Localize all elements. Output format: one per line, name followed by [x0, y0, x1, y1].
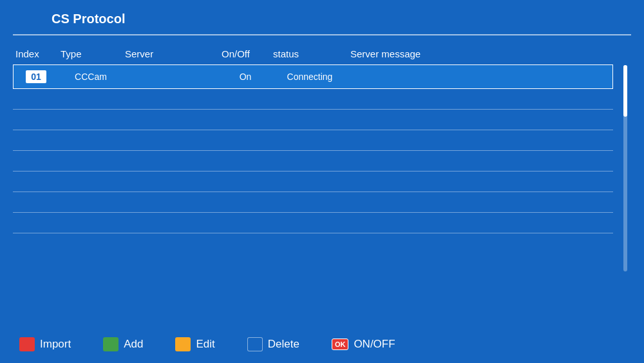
import-icon — [19, 337, 35, 351]
delete-button[interactable]: Delete — [247, 337, 299, 351]
cell-status: Connecting — [271, 69, 348, 84]
page-title: CS Protocol — [52, 12, 125, 26]
table-row[interactable] — [13, 172, 613, 192]
col-header-type: Type — [58, 48, 122, 59]
table-header: Index Type Server On/Off status Server m… — [13, 46, 613, 64]
delete-icon — [247, 337, 263, 351]
add-button[interactable]: Add — [103, 337, 143, 351]
edit-label: Edit — [196, 338, 214, 351]
table-row[interactable] — [13, 213, 613, 233]
footer: Import Add Edit Delete OK ON/OFF — [19, 324, 631, 351]
table-row[interactable] — [13, 192, 613, 213]
delete-label: Delete — [268, 338, 299, 351]
edit-icon — [175, 337, 191, 351]
import-button[interactable]: Import — [19, 337, 71, 351]
col-header-server: Server — [122, 48, 219, 59]
cell-type: CCCam — [59, 69, 123, 84]
edit-button[interactable]: Edit — [175, 337, 214, 351]
col-header-message: Server message — [348, 48, 613, 59]
table-row[interactable] — [13, 151, 613, 172]
table-row[interactable]: 01 CCCam On Connecting — [13, 64, 613, 89]
table-section: Index Type Server On/Off status Server m… — [13, 46, 613, 324]
scrollbar-thumb — [623, 65, 627, 117]
scrollbar-track — [623, 65, 627, 271]
title-bar: CS Protocol — [13, 12, 631, 35]
col-header-index: Index — [13, 48, 58, 59]
table-row[interactable] — [13, 130, 613, 151]
scrollbar[interactable] — [620, 46, 631, 324]
onoff-button[interactable]: OK ON/OFF — [332, 338, 395, 351]
cell-onoff: On — [220, 69, 271, 84]
index-badge: 01 — [26, 70, 46, 83]
cell-index: 01 — [14, 68, 59, 86]
cell-message — [348, 74, 612, 79]
table-row[interactable] — [13, 89, 613, 110]
import-label: Import — [40, 338, 71, 351]
add-label: Add — [124, 338, 143, 351]
content-area: Index Type Server On/Off status Server m… — [13, 46, 631, 324]
table-row[interactable] — [13, 110, 613, 130]
onoff-label: ON/OFF — [354, 338, 395, 351]
ok-icon: OK — [332, 338, 349, 350]
col-header-onoff: On/Off — [219, 48, 270, 59]
col-header-status: status — [270, 48, 348, 59]
cell-server — [123, 74, 220, 79]
add-icon — [103, 337, 118, 351]
main-container: CS Protocol Index Type Server On/Off sta… — [0, 0, 644, 363]
